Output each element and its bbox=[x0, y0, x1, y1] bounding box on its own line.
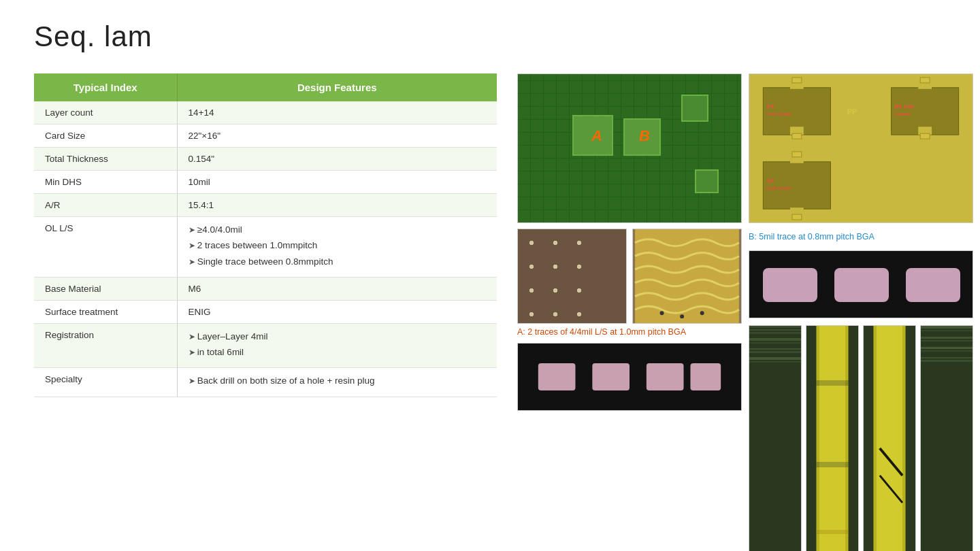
svg-point-24 bbox=[660, 311, 664, 315]
svg-rect-54 bbox=[849, 326, 858, 552]
table-row: Layer count 14+14 bbox=[34, 101, 497, 124]
list-item: 2 traces between 1.0mmpitch bbox=[189, 239, 487, 252]
svg-rect-71 bbox=[921, 343, 973, 346]
svg-rect-5 bbox=[792, 133, 802, 139]
micro-traces-image bbox=[632, 229, 742, 324]
caption-a: A: 2 traces of 4/4mil L/S at 1.0mm pitch… bbox=[517, 327, 742, 339]
svg-rect-3 bbox=[792, 78, 802, 83]
svg-rect-52 bbox=[819, 326, 845, 552]
svg-rect-56 bbox=[816, 462, 849, 467]
scope-svg-1 bbox=[749, 326, 801, 552]
pcb-image: A B bbox=[517, 73, 742, 223]
svg-rect-30 bbox=[647, 363, 684, 390]
row-value: 14+14 bbox=[177, 101, 497, 124]
scope-svg-2 bbox=[806, 326, 858, 552]
row-label: Registration bbox=[34, 323, 177, 368]
svg-rect-45 bbox=[749, 351, 801, 353]
circles-pattern bbox=[518, 229, 626, 323]
table-section: Typical Index Design Features Layer coun… bbox=[34, 73, 497, 397]
pcb-component-c bbox=[681, 95, 708, 122]
row-value: ENIG bbox=[177, 300, 497, 323]
list-item: Single trace between 0.8mmpitch bbox=[189, 255, 487, 269]
row-value: 22"×16" bbox=[177, 124, 497, 148]
svg-rect-35 bbox=[906, 268, 960, 302]
content-area: Typical Index Design Features Layer coun… bbox=[34, 73, 946, 551]
table-row: Base Material M6 bbox=[34, 277, 497, 300]
svg-rect-37 bbox=[749, 326, 801, 328]
feature-list: Back drill on both size of a hole + resi… bbox=[189, 374, 487, 388]
svg-rect-42 bbox=[749, 342, 801, 344]
svg-text:1/4: 1/4 bbox=[766, 103, 774, 110]
row-label: Min DHS bbox=[34, 171, 177, 194]
svg-text:1/4: 1/4 bbox=[766, 178, 774, 184]
specs-table: Typical Index Design Features Layer coun… bbox=[34, 73, 497, 397]
solder-image-1 bbox=[517, 343, 742, 411]
svg-text:PP: PP bbox=[847, 107, 858, 116]
page-title: Seq. lam bbox=[34, 20, 946, 53]
list-item: in total 6mil bbox=[189, 346, 487, 359]
row-label: A/R bbox=[34, 194, 177, 217]
svg-rect-41 bbox=[749, 338, 801, 341]
svg-rect-43 bbox=[749, 345, 801, 347]
table-row: Registration Layer–Layer 4mil in total 6… bbox=[34, 323, 497, 368]
svg-rect-65 bbox=[921, 326, 973, 552]
traces-svg bbox=[633, 229, 741, 323]
row-label: Specialty bbox=[34, 368, 177, 397]
svg-rect-76 bbox=[921, 360, 973, 362]
top-images-row: A B 1/4 S bbox=[517, 73, 973, 223]
svg-rect-73 bbox=[921, 350, 973, 352]
svg-rect-10 bbox=[920, 78, 930, 83]
right-scope-section: B: 5mil trace at 0.8mm pitch BGA bbox=[749, 229, 973, 551]
row-value: M6 bbox=[177, 277, 497, 300]
list-item: Back drill on both size of a hole + resi… bbox=[189, 374, 487, 388]
row-label: Surface treatment bbox=[34, 300, 177, 323]
svg-rect-39 bbox=[749, 332, 801, 334]
solder-svg-2 bbox=[749, 251, 973, 318]
svg-rect-18 bbox=[792, 152, 802, 157]
row-label: Base Material bbox=[34, 277, 177, 300]
left-microscope-images: A: 2 traces of 4/4mil L/S at 1.0mm pitch… bbox=[517, 229, 742, 551]
label-b: B bbox=[639, 127, 650, 145]
bottom-section: A: 2 traces of 4/4mil L/S at 1.0mm pitch… bbox=[517, 229, 973, 551]
schematic-image: 1/4 Sub board M1 Sub boards PP bbox=[749, 73, 973, 223]
table-row: Surface treatment ENIG bbox=[34, 300, 497, 323]
scope-col-4 bbox=[920, 325, 973, 552]
svg-rect-69 bbox=[921, 337, 973, 339]
svg-rect-75 bbox=[921, 357, 973, 358]
col-header-features: Design Features bbox=[177, 73, 497, 101]
micro-circles-image bbox=[517, 229, 627, 324]
row-label: Card Size bbox=[34, 124, 177, 148]
svg-rect-57 bbox=[816, 530, 849, 534]
row-value: Layer–Layer 4mil in total 6mil bbox=[177, 323, 497, 368]
table-row: A/R 15.4:1 bbox=[34, 194, 497, 217]
svg-rect-40 bbox=[749, 335, 801, 337]
svg-point-26 bbox=[700, 311, 704, 315]
svg-rect-60 bbox=[877, 326, 902, 552]
table-row: Min DHS 10mil bbox=[34, 171, 497, 194]
images-section: A B 1/4 S bbox=[517, 73, 973, 551]
svg-rect-48 bbox=[749, 361, 801, 363]
table-row: OL L/S ≥4.0/4.0mil 2 traces between 1.0m… bbox=[34, 217, 497, 278]
svg-rect-70 bbox=[921, 340, 973, 341]
scope-col-2 bbox=[806, 325, 859, 552]
row-label: Total Thickness bbox=[34, 148, 177, 171]
pcb-components-overlay: A B bbox=[518, 74, 741, 222]
svg-rect-47 bbox=[749, 357, 801, 360]
svg-rect-55 bbox=[816, 380, 849, 386]
svg-text:Sub board: Sub board bbox=[766, 111, 791, 117]
list-item: Layer–Layer 4mil bbox=[189, 330, 487, 344]
pcb-component-d bbox=[695, 169, 719, 193]
svg-rect-72 bbox=[921, 347, 973, 349]
svg-rect-68 bbox=[921, 333, 973, 335]
row-value: Back drill on both size of a hole + resi… bbox=[177, 368, 497, 397]
scope-svg-4 bbox=[921, 326, 973, 552]
svg-rect-31 bbox=[690, 363, 721, 390]
micro-images-row bbox=[517, 229, 742, 324]
caption-b: B: 5mil trace at 0.8mm pitch BGA bbox=[749, 231, 973, 244]
feature-list: ≥4.0/4.0mil 2 traces between 1.0mmpitch … bbox=[189, 223, 487, 269]
svg-rect-20 bbox=[792, 214, 802, 220]
row-label: OL L/S bbox=[34, 217, 177, 278]
svg-rect-44 bbox=[749, 348, 801, 350]
svg-rect-46 bbox=[749, 354, 801, 356]
svg-rect-66 bbox=[921, 326, 973, 329]
